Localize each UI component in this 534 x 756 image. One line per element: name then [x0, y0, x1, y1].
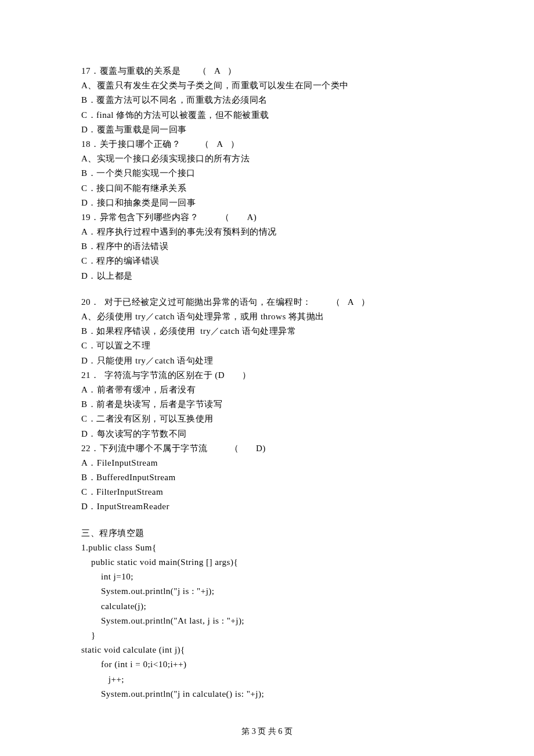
- text-line: A．程序执行过程中遇到的事先没有预料到的情况: [81, 225, 453, 239]
- text-line: D．只能使用 try／catch 语句处理: [81, 354, 453, 368]
- text-line: D．以上都是: [81, 269, 453, 283]
- text-line: public static void main(String [] args){: [81, 555, 453, 570]
- text-line: System.out.println("At last, j is : "+j)…: [81, 614, 453, 628]
- text-line: D．覆盖与重载是同一回事: [81, 123, 453, 137]
- text-line: B．前者是块读写，后者是字节读写: [81, 397, 453, 412]
- blank-line: [81, 514, 453, 526]
- text-line: 19．异常包含下列哪些内容？ （ A): [81, 210, 453, 225]
- text-line: A、覆盖只有发生在父类与子类之间，而重载可以发生在同一个类中: [81, 78, 453, 93]
- text-line: C．程序的编译错误: [81, 254, 453, 268]
- text-line: calculate(j);: [81, 599, 453, 614]
- text-line: D．接口和抽象类是同一回事: [81, 196, 453, 210]
- text-line: 22．下列流中哪个不属于字节流 （ D): [81, 441, 453, 456]
- text-line: C．FilterInputStream: [81, 485, 453, 499]
- text-line: 20． 对于已经被定义过可能抛出异常的语句，在编程时： （ A ）: [81, 295, 453, 309]
- text-line: 17．覆盖与重载的关系是 （ A ）: [81, 64, 453, 78]
- text-line: B．覆盖方法可以不同名，而重载方法必须同名: [81, 93, 453, 107]
- text-line: C．可以置之不理: [81, 339, 453, 353]
- text-line: B．BufferedInputStream: [81, 470, 453, 485]
- text-line: 21． 字符流与字节流的区别在于 (D ）: [81, 368, 453, 383]
- text-line: B．一个类只能实现一个接口: [81, 166, 453, 181]
- text-line: A、实现一个接口必须实现接口的所有方法: [81, 152, 453, 166]
- text-line: 1.public class Sum{: [81, 541, 453, 555]
- blank-line: [81, 283, 453, 295]
- text-line: B．程序中的语法错误: [81, 239, 453, 254]
- document-page: 17．覆盖与重载的关系是 （ A ）A、覆盖只有发生在父类与子类之间，而重载可以…: [0, 0, 534, 756]
- text-line: D．InputStreamReader: [81, 499, 453, 514]
- text-line: C．final 修饰的方法可以被覆盖，但不能被重载: [81, 108, 453, 123]
- text-line: 三、程序填空题: [81, 526, 453, 541]
- text-line: for (int i = 0;i<10;i++): [81, 657, 453, 672]
- document-content: 17．覆盖与重载的关系是 （ A ）A、覆盖只有发生在父类与子类之间，而重载可以…: [81, 64, 453, 701]
- text-line: System.out.println("j in calculate() is:…: [81, 687, 453, 701]
- page-footer: 第 3 页 共 6 页: [81, 725, 453, 739]
- text-line: B．如果程序错误，必须使用 try／catch 语句处理异常: [81, 324, 453, 339]
- text-line: static void calculate (int j){: [81, 643, 453, 657]
- text-line: D．每次读写的字节数不同: [81, 427, 453, 441]
- text-line: A．FileInputStream: [81, 456, 453, 470]
- text-line: C．二者没有区别，可以互换使用: [81, 412, 453, 426]
- text-line: 18．关于接口哪个正确？ （ A ）: [81, 137, 453, 152]
- text-line: A．前者带有缓冲，后者没有: [81, 383, 453, 397]
- text-line: j++;: [81, 672, 453, 687]
- text-line: }: [81, 628, 453, 643]
- text-line: C．接口间不能有继承关系: [81, 181, 453, 196]
- text-line: A、必须使用 try／catch 语句处理异常，或用 throws 将其抛出: [81, 309, 453, 324]
- text-line: System.out.println("j is : "+j);: [81, 584, 453, 599]
- text-line: int j=10;: [81, 570, 453, 584]
